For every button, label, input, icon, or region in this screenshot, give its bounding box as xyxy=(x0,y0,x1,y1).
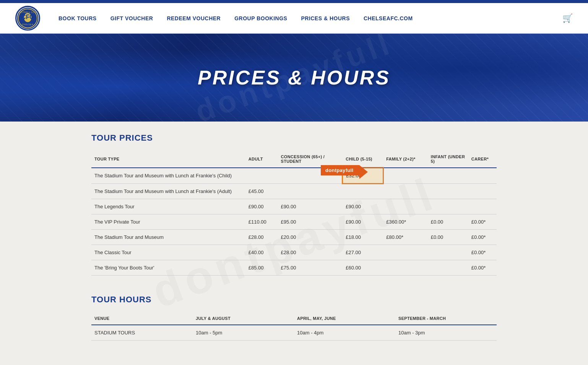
nav-link-redeem-voucher[interactable]: REDEEM VOUCHER xyxy=(160,11,227,25)
tour-hours-title: TOUR HOURS xyxy=(91,295,497,305)
cell-concession xyxy=(278,183,343,199)
col-header-july: JULY & AUGUST xyxy=(193,312,294,325)
cell-infant: £0.00 xyxy=(428,214,468,229)
col-header-september: SEPTEMBER - MARCH xyxy=(395,312,497,325)
cell-child xyxy=(343,183,383,199)
tour-prices-title: TOUR PRICES xyxy=(91,133,497,143)
price-table-row: The Legends Tour£90.00£90.00£90.00 xyxy=(91,199,497,214)
col-header-tour-type: TOUR TYPE xyxy=(91,151,245,168)
cell-adult: £110.00 xyxy=(245,214,278,229)
cell-tour_type: The Classic Tour xyxy=(91,245,245,260)
hours-table-row: STADIUM TOURS10am - 5pm10am - 4pm10am - … xyxy=(91,325,497,341)
cell-carer: £0.00* xyxy=(468,260,497,275)
cell-family xyxy=(383,199,428,214)
page-content: dontpayfull TOUR PRICES dontpayfull TOUR… xyxy=(0,122,588,363)
cell-child: £27.00 xyxy=(343,245,383,260)
cell-carer xyxy=(468,199,497,214)
cell-family xyxy=(383,245,428,260)
nav-link-gift-voucher[interactable]: GIFT VOUCHER xyxy=(104,11,160,25)
cell-carer: £0.00* xyxy=(468,229,497,245)
cell-concession: £75.00 xyxy=(278,260,343,275)
cell-tour_type: The 'Bring Your Boots Tour' xyxy=(91,260,245,275)
cell-concession: £95.00 xyxy=(278,214,343,229)
annotation-wrapper: dontpayfull TOUR TYPE ADULT CONCESSION (… xyxy=(91,151,497,276)
nav-link-book-tours[interactable]: BOOK TOURS xyxy=(52,11,104,25)
chelsea-logo: CFC CHELSEA FOOTBALL CLUB xyxy=(15,6,40,31)
nav-link-prices-hours[interactable]: PRICES & HOURS xyxy=(294,11,357,25)
cell-carer xyxy=(468,168,497,183)
cell-infant xyxy=(428,168,468,183)
nav-link-group-bookings[interactable]: GROUP BOOKINGS xyxy=(227,11,294,25)
cell-concession: £20.00 xyxy=(278,229,343,245)
col-header-concession: CONCESSION (65+) / STUDENT xyxy=(278,151,343,168)
cell-sept: 10am - 3pm xyxy=(395,325,497,341)
cell-family xyxy=(383,168,428,183)
cell-infant: £0.00 xyxy=(428,229,468,245)
cell-concession: £28.00 xyxy=(278,245,343,260)
tour-hours-table: VENUE JULY & AUGUST APRIL, MAY, JUNE SEP… xyxy=(91,312,497,341)
nav-link-chelseafc[interactable]: CHELSEAFC.COM xyxy=(357,11,420,25)
tour-prices-table: TOUR TYPE ADULT CONCESSION (65+) / STUDE… xyxy=(91,151,497,276)
table-header-row: TOUR TYPE ADULT CONCESSION (65+) / STUDE… xyxy=(91,151,497,168)
price-table-row: The Classic Tour£40.00£28.00£27.00£0.00* xyxy=(91,245,497,260)
cell-child: £32.00 xyxy=(343,168,383,183)
hero-banner: dontpayfull PRICES & HOURS xyxy=(0,34,588,122)
cell-concession: £90.00 xyxy=(278,199,343,214)
cell-adult: £28.00 xyxy=(245,229,278,245)
header-top-bar xyxy=(0,0,588,3)
hours-header-row: VENUE JULY & AUGUST APRIL, MAY, JUNE SEP… xyxy=(91,312,497,325)
cell-tour_type: The Stadium Tour and Museum with Lunch a… xyxy=(91,168,245,183)
cell-family xyxy=(383,260,428,275)
price-table-row: The Stadium Tour and Museum with Lunch a… xyxy=(91,168,497,183)
cell-child: £60.00 xyxy=(343,260,383,275)
hero-title: PRICES & HOURS xyxy=(198,66,390,89)
cell-carer xyxy=(468,183,497,199)
cell-child: £90.00 xyxy=(343,214,383,229)
cell-family: £360.00* xyxy=(383,214,428,229)
cell-july: 10am - 5pm xyxy=(193,325,294,341)
cell-concession xyxy=(278,168,343,183)
price-table-row: The VIP Private Tour£110.00£95.00£90.00£… xyxy=(91,214,497,229)
cell-family: £80.00* xyxy=(383,229,428,245)
cell-adult: £40.00 xyxy=(245,245,278,260)
cell-tour_type: The VIP Private Tour xyxy=(91,214,245,229)
price-table-row: The Stadium Tour and Museum£28.00£20.00£… xyxy=(91,229,497,245)
price-table-row: The 'Bring Your Boots Tour'£85.00£75.00£… xyxy=(91,260,497,275)
cell-carer: £0.00* xyxy=(468,214,497,229)
cell-adult: £85.00 xyxy=(245,260,278,275)
cell-adult: £90.00 xyxy=(245,199,278,214)
cell-child: £90.00 xyxy=(343,199,383,214)
cell-infant xyxy=(428,199,468,214)
cell-tour_type: The Stadium Tour and Museum xyxy=(91,229,245,245)
cell-infant xyxy=(428,245,468,260)
cell-infant xyxy=(428,183,468,199)
cell-adult xyxy=(245,168,278,183)
svg-text:CHELSEA: CHELSEA xyxy=(22,23,34,25)
content-area: TOUR PRICES dontpayfull TOUR TYPE ADULT … xyxy=(84,122,504,363)
cell-venue: STADIUM TOURS xyxy=(91,325,193,341)
cell-carer: £0.00* xyxy=(468,245,497,260)
main-navigation: CFC CHELSEA FOOTBALL CLUB BOOK TOURSGIFT… xyxy=(0,3,588,34)
cell-tour_type: The Stadium Tour and Museum with Lunch a… xyxy=(91,183,245,199)
col-header-adult: ADULT xyxy=(245,151,278,168)
col-header-infant: INFANT (UNDER 5) xyxy=(428,151,468,168)
svg-text:CFC: CFC xyxy=(21,13,34,20)
svg-text:FOOTBALL CLUB: FOOTBALL CLUB xyxy=(18,11,38,13)
col-header-venue: VENUE xyxy=(91,312,193,325)
logo-container[interactable]: CFC CHELSEA FOOTBALL CLUB xyxy=(15,6,40,31)
col-header-family: FAMILY (2+2)* xyxy=(383,151,428,168)
cell-april: 10am - 4pm xyxy=(294,325,395,341)
nav-links: BOOK TOURSGIFT VOUCHERREDEEM VOUCHERGROU… xyxy=(52,11,562,25)
cell-family xyxy=(383,183,428,199)
cell-infant xyxy=(428,260,468,275)
cart-icon[interactable]: 🛒 xyxy=(562,13,573,23)
cell-tour_type: The Legends Tour xyxy=(91,199,245,214)
col-header-april: APRIL, MAY, JUNE xyxy=(294,312,395,325)
col-header-child: CHILD (5-15) xyxy=(343,151,383,168)
cell-child: £18.00 xyxy=(343,229,383,245)
col-header-carer: CARER* xyxy=(468,151,497,168)
cell-adult: £45.00 xyxy=(245,183,278,199)
price-table-row: The Stadium Tour and Museum with Lunch a… xyxy=(91,183,497,199)
